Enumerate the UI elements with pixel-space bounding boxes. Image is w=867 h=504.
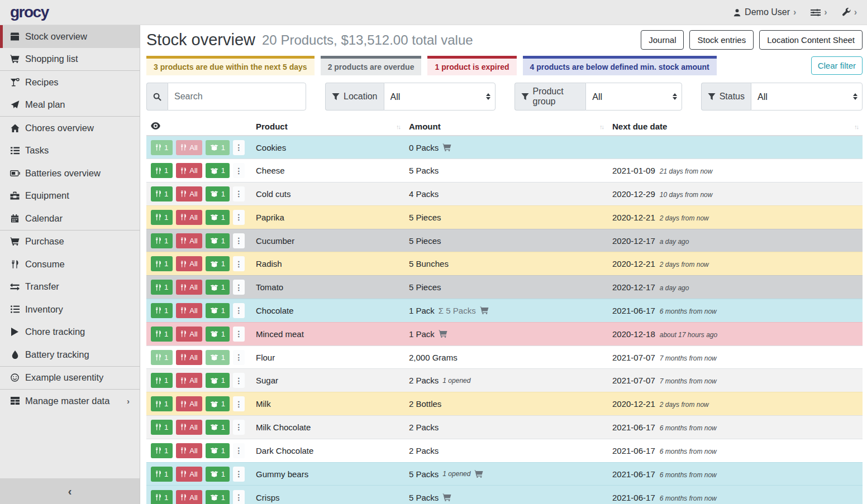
settings-menu[interactable]: › [811, 8, 827, 17]
consume-one-button[interactable]: 1 [151, 327, 173, 342]
column-header-amount[interactable]: Amount↑↓ [404, 118, 608, 136]
consume-all-button[interactable]: All [176, 186, 202, 201]
open-one-button[interactable]: 1 [206, 233, 230, 248]
row-menu-button[interactable]: ⋮ [233, 210, 245, 225]
consume-one-button[interactable]: 1 [151, 303, 173, 318]
admin-menu[interactable]: › [842, 8, 857, 17]
sidebar-item-manage-master-data[interactable]: Manage master data› [0, 390, 140, 412]
consume-all-button[interactable]: All [176, 373, 202, 388]
open-one-button[interactable]: 1 [206, 186, 230, 201]
location-content-sheet-button[interactable]: Location Content Sheet [759, 30, 863, 50]
consume-all-button[interactable]: All [176, 467, 202, 482]
row-menu-button[interactable]: ⋮ [233, 163, 245, 178]
consume-all-button[interactable]: All [176, 256, 202, 271]
open-one-button[interactable]: 1 [206, 373, 230, 388]
consume-one-button[interactable]: 1 [151, 140, 173, 155]
consume-one-button[interactable]: 1 [151, 256, 173, 271]
sidebar-item-battery-tracking[interactable]: Battery tracking [0, 343, 140, 366]
row-menu-button[interactable]: ⋮ [233, 186, 245, 201]
open-one-button[interactable]: 1 [206, 396, 230, 411]
consume-one-button[interactable]: 1 [151, 490, 173, 504]
open-one-button[interactable]: 1 [206, 443, 230, 458]
table-row-cucumber[interactable]: 1All1⋮Cucumber5 Pieces2020-12-17a day ag… [146, 229, 863, 252]
row-menu-button[interactable]: ⋮ [233, 233, 245, 248]
row-menu-button[interactable]: ⋮ [233, 420, 245, 435]
sort-icon[interactable]: ↑↓ [396, 123, 400, 130]
consume-all-button[interactable]: All [176, 350, 202, 365]
sidebar-item-example-userentity[interactable]: Example userentity [0, 367, 140, 390]
product-group-select[interactable]: All [585, 83, 682, 111]
search-input[interactable] [168, 83, 306, 111]
table-row-milk-chocolate[interactable]: 1All1⋮Milk Chocolate2 Packs2021-06-176 m… [146, 416, 863, 439]
sidebar-item-recipes[interactable]: Recipes [0, 71, 140, 94]
consume-all-button[interactable]: All [176, 490, 202, 504]
consume-all-button[interactable]: All [176, 163, 202, 178]
table-row-minced-meat[interactable]: 1All1⋮Minced meat1 Pack2020-12-18about 1… [146, 322, 863, 345]
open-one-button[interactable]: 1 [206, 490, 230, 504]
row-menu-button[interactable]: ⋮ [233, 373, 245, 388]
status-filter-warning[interactable]: 3 products are due within the next 5 day… [146, 56, 315, 75]
row-menu-button[interactable]: ⋮ [233, 443, 245, 458]
table-row-cold-cuts[interactable]: 1All1⋮Cold cuts4 Packs2020-12-2910 days … [146, 183, 863, 206]
table-row-paprika[interactable]: 1All1⋮Paprika5 Pieces2020-12-212 days fr… [146, 205, 863, 229]
table-row-milk[interactable]: 1All1⋮Milk2 Bottles2020-12-212 days from… [146, 392, 863, 416]
row-menu-button[interactable]: ⋮ [233, 280, 245, 295]
consume-all-button[interactable]: All [176, 210, 202, 225]
row-menu-button[interactable]: ⋮ [233, 256, 245, 271]
consume-all-button[interactable]: All [176, 233, 202, 248]
table-row-radish[interactable]: 1All1⋮Radish5 Bunches2020-12-212 days fr… [146, 252, 863, 276]
open-one-button[interactable]: 1 [206, 140, 230, 155]
open-one-button[interactable]: 1 [206, 163, 230, 178]
consume-one-button[interactable]: 1 [151, 233, 173, 248]
table-row-cheese[interactable]: 1All1⋮Cheese5 Packs2021-01-0921 days fro… [146, 159, 863, 183]
open-one-button[interactable]: 1 [206, 210, 230, 225]
consume-all-button[interactable]: All [176, 303, 202, 318]
row-menu-button[interactable]: ⋮ [233, 140, 245, 155]
user-menu[interactable]: Demo User › [733, 7, 796, 17]
column-header-product[interactable]: Product↑↓ [251, 118, 404, 136]
sort-icon[interactable]: ↑↓ [599, 123, 603, 130]
status-filter-secondary[interactable]: 2 products are overdue [321, 56, 422, 75]
table-row-chocolate[interactable]: 1All1⋮Chocolate1 PackΣ 5 Packs2021-06-17… [146, 299, 863, 323]
open-one-button[interactable]: 1 [206, 467, 230, 482]
consume-one-button[interactable]: 1 [151, 396, 173, 411]
open-one-button[interactable]: 1 [206, 256, 230, 271]
eye-icon[interactable] [151, 122, 160, 129]
consume-all-button[interactable]: All [176, 327, 202, 342]
status-filter-primary[interactable]: 4 products are below defined min. stock … [523, 56, 717, 75]
consume-one-button[interactable]: 1 [151, 373, 173, 388]
open-one-button[interactable]: 1 [206, 350, 230, 365]
sidebar-item-meal-plan[interactable]: Meal plan [0, 94, 140, 117]
row-menu-button[interactable]: ⋮ [233, 396, 245, 411]
sidebar-item-purchase[interactable]: Purchase [0, 231, 140, 253]
consume-one-button[interactable]: 1 [151, 210, 173, 225]
sidebar-item-equipment[interactable]: Equipment [0, 185, 140, 208]
sidebar-collapse-button[interactable]: ‹ [0, 478, 140, 504]
column-header-next-due-date[interactable]: Next due date↑↓ [608, 118, 863, 136]
table-row-cookies[interactable]: 1All1⋮Cookies0 Packs [146, 136, 863, 159]
status-select[interactable]: All [751, 83, 863, 111]
table-row-crisps[interactable]: 1All1⋮Crisps5 Packs2021-06-176 months fr… [146, 486, 863, 504]
row-menu-button[interactable]: ⋮ [233, 303, 245, 318]
consume-one-button[interactable]: 1 [151, 350, 173, 365]
consume-all-button[interactable]: All [176, 396, 202, 411]
sidebar-item-chore-tracking[interactable]: Chore tracking [0, 321, 140, 344]
status-filter-danger[interactable]: 1 product is expired [427, 56, 516, 75]
open-one-button[interactable]: 1 [206, 420, 230, 435]
consume-one-button[interactable]: 1 [151, 186, 173, 201]
open-one-button[interactable]: 1 [206, 280, 230, 295]
table-row-tomato[interactable]: 1All1⋮Tomato5 Pieces2020-12-17a day ago [146, 276, 863, 299]
consume-one-button[interactable]: 1 [151, 163, 173, 178]
location-select[interactable]: All [384, 83, 496, 111]
clear-filter-button[interactable]: Clear filter [811, 56, 863, 75]
sidebar-item-calendar[interactable]: Calendar [0, 207, 140, 230]
consume-all-button[interactable]: All [176, 140, 202, 155]
consume-all-button[interactable]: All [176, 280, 202, 295]
table-row-gummy-bears[interactable]: 1All1⋮Gummy bears5 Packs1 opened2021-06-… [146, 462, 863, 486]
consume-all-button[interactable]: All [176, 443, 202, 458]
consume-one-button[interactable]: 1 [151, 420, 173, 435]
open-one-button[interactable]: 1 [206, 303, 230, 318]
sidebar-item-consume[interactable]: Consume [0, 253, 140, 276]
table-row-sugar[interactable]: 1All1⋮Sugar2 Packs1 opened2021-07-077 mo… [146, 369, 863, 392]
sidebar-item-chores-overview[interactable]: Chores overview [0, 117, 140, 140]
